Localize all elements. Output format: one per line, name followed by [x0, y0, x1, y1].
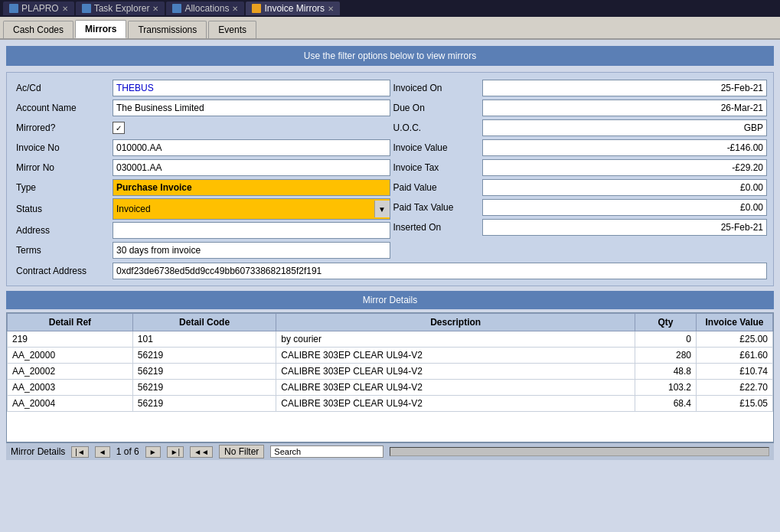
- cell-qty: 48.8: [635, 364, 697, 380]
- table-row[interactable]: AA_20004 56219 CALIBRE 303EP CLEAR UL94-…: [8, 396, 773, 412]
- invoiceno-value[interactable]: 010000.AA: [113, 139, 390, 156]
- cell-detailcode: 56219: [132, 380, 276, 396]
- tab-cashcodes[interactable]: Cash Codes: [3, 21, 73, 38]
- table-row[interactable]: AA_20003 56219 CALIBRE 303EP CLEAR UL94-…: [8, 380, 773, 396]
- accd-row: Ac/Cd THEBUS: [13, 79, 390, 97]
- info-banner: Use the filter options below to view mir…: [6, 46, 774, 66]
- type-row: Type Purchase Invoice: [13, 178, 390, 197]
- table-row[interactable]: AA_20000 56219 CALIBRE 303EP CLEAR UL94-…: [8, 348, 773, 364]
- detail-table: Detail Ref Detail Code Description Qty I…: [7, 313, 773, 412]
- cell-detailcode: 56219: [132, 364, 276, 380]
- uoc-value[interactable]: GBP: [482, 119, 768, 136]
- type-label: Type: [13, 181, 113, 194]
- invoicevalue-label: Invoice Value: [390, 141, 482, 155]
- contractaddress-label: Contract Address: [13, 264, 113, 278]
- invoicevalue-value[interactable]: -£146.00: [482, 139, 768, 156]
- detail-status-bar: Mirror Details |◄ ◄ 1 of 6 ► ►| ◄◄ No Fi…: [6, 442, 774, 460]
- nav-bar: Cash Codes Mirrors Transmissions Events: [0, 17, 780, 40]
- accd-value[interactable]: THEBUS: [113, 80, 390, 96]
- mirrored-row: Mirrored? ✓: [13, 119, 390, 137]
- mirrored-label: Mirrored?: [13, 121, 113, 135]
- cell-detailref: AA_20004: [8, 396, 133, 412]
- type-value[interactable]: Purchase Invoice: [113, 179, 390, 196]
- insertedon-row: Inserted On 25-Feb-21: [390, 218, 768, 237]
- tab-events[interactable]: Events: [208, 21, 256, 38]
- cell-qty: 280: [635, 348, 697, 364]
- paidtaxvalue-value[interactable]: £0.00: [482, 199, 768, 216]
- mirror-details-header: Mirror Details: [6, 291, 774, 309]
- title-tab-allocations[interactable]: Allocations ✕: [166, 2, 244, 15]
- col-detailref: Detail Ref: [8, 314, 133, 331]
- col-description: Description: [276, 314, 635, 331]
- terms-value[interactable]: 30 days from invoice: [113, 242, 390, 259]
- invoiceno-row: Invoice No 010000.AA: [13, 139, 390, 157]
- col-detailcode: Detail Code: [132, 314, 276, 331]
- detail-search-input[interactable]: [270, 446, 383, 458]
- contractaddress-row: Contract Address: [13, 263, 767, 279]
- detail-nav-prev[interactable]: ◄: [95, 446, 110, 458]
- mirrorno-label: Mirror No: [13, 161, 113, 175]
- detail-nav-last[interactable]: ►|: [167, 446, 184, 458]
- close-invoicemirrors[interactable]: ✕: [328, 5, 334, 13]
- title-tab-plapro[interactable]: PLAPRO ✕: [3, 2, 74, 15]
- address-row: Address: [13, 221, 390, 240]
- close-allocations[interactable]: ✕: [232, 5, 238, 13]
- cell-invoicevalue: £25.00: [697, 331, 773, 348]
- status-dropdown-arrow[interactable]: ▼: [374, 201, 390, 217]
- form-left: Ac/Cd THEBUS Account Name The Business L…: [13, 79, 390, 259]
- status-label: Status: [13, 202, 113, 216]
- invoicevalue-row: Invoice Value -£146.00: [390, 139, 768, 157]
- detail-nav-first[interactable]: |◄: [71, 446, 89, 458]
- address-label: Address: [13, 224, 113, 237]
- col-invoicevalue: Invoice Value: [697, 314, 773, 331]
- invoicemirrors-icon: [252, 4, 261, 13]
- mirrorno-value[interactable]: 030001.AA: [113, 159, 390, 176]
- invoicetax-value[interactable]: -£29.20: [482, 159, 768, 176]
- form-area: Ac/Cd THEBUS Account Name The Business L…: [6, 72, 774, 286]
- cell-detailref: AA_20000: [8, 348, 133, 364]
- title-tab-invoicemirrors[interactable]: Invoice Mirrors ✕: [246, 2, 340, 15]
- invoicedon-value[interactable]: 25-Feb-21: [482, 80, 768, 96]
- detail-scrollbar-h[interactable]: [390, 447, 769, 456]
- cell-description: CALIBRE 303EP CLEAR UL94-V2: [276, 364, 635, 380]
- cell-invoicevalue: £15.05: [697, 396, 773, 412]
- cell-detailref: AA_20003: [8, 380, 133, 396]
- detail-table-wrapper[interactable]: Detail Ref Detail Code Description Qty I…: [6, 312, 774, 442]
- close-taskexplorer[interactable]: ✕: [152, 5, 158, 13]
- contractaddress-value[interactable]: [113, 263, 767, 279]
- terms-label: Terms: [13, 243, 113, 257]
- table-row[interactable]: 219 101 by courier 0 £25.00: [8, 331, 773, 348]
- detail-nav-extra[interactable]: ◄◄: [190, 446, 213, 458]
- plapro-icon: [9, 4, 18, 13]
- invoicetax-row: Invoice Tax -£29.20: [390, 158, 768, 177]
- detail-no-filter-button[interactable]: No Filter: [219, 445, 264, 459]
- insertedon-value[interactable]: 25-Feb-21: [482, 219, 768, 236]
- tab-mirrors[interactable]: Mirrors: [75, 20, 126, 38]
- invoicedon-label: Invoiced On: [390, 81, 482, 95]
- invoicetax-label: Invoice Tax: [390, 161, 482, 175]
- detail-page-info: 1 of 6: [116, 446, 139, 457]
- paidvalue-label: Paid Value: [390, 181, 482, 194]
- close-plapro[interactable]: ✕: [62, 5, 68, 13]
- status-value[interactable]: Invoiced ▼: [113, 198, 390, 220]
- accountname-value[interactable]: The Business Limited: [113, 100, 390, 116]
- cell-detailcode: 101: [132, 331, 276, 348]
- dueon-value[interactable]: 26-Mar-21: [482, 100, 768, 116]
- cell-description: CALIBRE 303EP CLEAR UL94-V2: [276, 396, 635, 412]
- form-right: Invoiced On 25-Feb-21 Due On 26-Mar-21 U…: [390, 79, 768, 259]
- mirrored-checkbox[interactable]: ✓: [113, 122, 125, 134]
- title-tab-taskexplorer[interactable]: Task Explorer ✕: [76, 2, 165, 15]
- cell-detailcode: 56219: [132, 396, 276, 412]
- taskexplorer-icon: [82, 4, 91, 13]
- detail-nav-next[interactable]: ►: [145, 446, 161, 458]
- paidtaxvalue-row: Paid Tax Value £0.00: [390, 198, 768, 217]
- cell-invoicevalue: £10.74: [697, 364, 773, 380]
- status-row: Status Invoiced ▼: [13, 198, 390, 220]
- paidvalue-row: Paid Value £0.00: [390, 178, 768, 197]
- table-row[interactable]: AA_20002 56219 CALIBRE 303EP CLEAR UL94-…: [8, 364, 773, 380]
- paidvalue-value[interactable]: £0.00: [482, 179, 768, 196]
- tab-transmissions[interactable]: Transmissions: [128, 21, 207, 38]
- paidtaxvalue-label: Paid Tax Value: [390, 201, 482, 214]
- address-value[interactable]: [113, 222, 390, 239]
- cell-invoicevalue: £61.60: [697, 348, 773, 364]
